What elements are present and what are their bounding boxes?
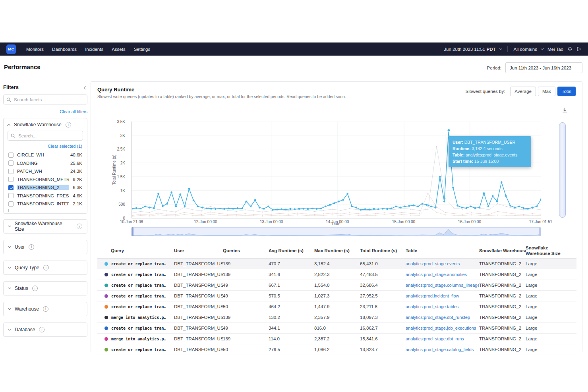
checkbox[interactable]	[8, 177, 14, 182]
max-runtime-cell: 1,086.2	[314, 347, 360, 352]
warehouse-size-cell: Large	[526, 283, 576, 288]
table-link[interactable]: analytics:prod_stage.anomalies	[406, 272, 479, 277]
info-icon: i	[43, 306, 48, 312]
table-row[interactable]: merge into analytics.p…DBT_TRANSFORM_USE…	[97, 334, 576, 344]
table-header: Query User Queries Avg Runtime (s) Max R…	[97, 243, 576, 259]
table-row[interactable]: merge into analytics.p…DBT_TRANSFORM_USE…	[97, 312, 576, 323]
warehouse-cell: TRANSFORMING_2	[479, 261, 526, 266]
query-text: create or replace tran…	[111, 348, 166, 352]
chevron-down-icon[interactable]	[541, 47, 544, 50]
checkbox[interactable]	[8, 169, 14, 174]
filter-option-transforming_metric[interactable]: TRANSFORMING_METRIC9.2K	[8, 176, 83, 184]
max-runtime-cell: 1,447.9	[314, 304, 360, 309]
nav-items: MonitorsDashboardsIncidentsAssetsSetting…	[26, 47, 150, 52]
column-header-avg-runtime[interactable]: Avg Runtime (s)	[269, 248, 314, 253]
filter-section-snowflake-warehouse-size[interactable]: Snowflake Warehouse Sizei	[3, 219, 87, 234]
time-range-brush[interactable]	[132, 227, 541, 236]
filter-option-label: TRANSFORMING_METRIC	[17, 177, 69, 182]
column-header-queries[interactable]: Queries	[223, 248, 269, 253]
bell-icon[interactable]	[567, 46, 573, 52]
sort-total-button[interactable]: Total	[557, 87, 576, 96]
column-header-warehouse-size[interactable]: Snowflake Warehouse Size	[526, 245, 576, 257]
checkbox[interactable]	[8, 160, 14, 166]
table-link[interactable]: analytics:prod_stage.columns_lineage	[406, 283, 479, 288]
search-facets-input[interactable]	[3, 95, 87, 104]
checkbox[interactable]	[8, 185, 14, 190]
domain-selector[interactable]: All domains	[513, 47, 537, 52]
filter-option-patch_wh[interactable]: PATCH_WH24.3K	[8, 167, 83, 176]
collapse-sidebar-button[interactable]	[83, 83, 87, 91]
checkbox[interactable]	[8, 193, 14, 198]
table-link[interactable]: analytics:prod_stage.dbt_runstep	[406, 315, 479, 320]
filter-section-status[interactable]: Statusi	[3, 281, 87, 295]
clear-selected-link[interactable]: Clear selected (1)	[8, 144, 82, 149]
table-row[interactable]: create or replace tran…DBT_TRANSFORM_USE…	[97, 291, 576, 301]
series-color-dot	[104, 348, 108, 351]
sign-out-icon[interactable]	[576, 46, 582, 52]
filter-section-label: Database	[15, 327, 35, 332]
filter-section-user[interactable]: Useri	[3, 240, 87, 254]
table-link[interactable]: analytics:prod_stage.tables	[406, 304, 479, 309]
table-row[interactable]: create or replace tran…DBT_TRANSFORM_USE…	[97, 301, 576, 312]
sort-buttons: AverageMaxTotal	[508, 87, 576, 96]
filter-option-transforming_freshn[interactable]: TRANSFORMING_FRESHN4.6K	[8, 192, 83, 200]
user-cell: DBT_TRANSFORM_USER	[174, 283, 223, 288]
warehouse-search-input[interactable]	[8, 131, 83, 141]
filter-option-transforming_2[interactable]: TRANSFORMING_26.3K	[8, 183, 83, 192]
column-header-warehouse[interactable]: Snowflake Warehouse	[479, 248, 526, 253]
table-row[interactable]: create or replace tran…DBT_TRANSFORM_USE…	[97, 344, 576, 355]
chevron-down-icon[interactable]	[499, 47, 502, 50]
table-link[interactable]: analytics:prod_stage.events	[406, 261, 479, 266]
sort-average-button[interactable]: Average	[510, 87, 536, 96]
filter-section-query-type[interactable]: Query Typei	[3, 261, 87, 275]
table-link[interactable]: analytics:prod_stage.dbt_runs	[406, 336, 479, 341]
query-cell: create or replace tran…	[97, 294, 174, 298]
query-text: create or replace tran…	[111, 305, 166, 309]
series-color-dot	[104, 294, 108, 298]
sort-max-button[interactable]: Max	[538, 87, 555, 96]
filter-section-warehouse[interactable]: Warehousei	[3, 302, 87, 316]
clear-all-filters-link[interactable]: Clear all filters	[3, 109, 87, 114]
chevron-down-icon	[8, 286, 11, 289]
filter-option-count: 2.1K	[73, 201, 82, 206]
warehouse-size-cell: Large	[526, 272, 576, 277]
column-header-total-runtime[interactable]: Total Runtime (s)	[360, 248, 406, 253]
period-input[interactable]	[505, 62, 582, 73]
filter-option-transforming_interna[interactable]: TRANSFORMING_INTERNA2.1K	[8, 200, 83, 208]
sort-label: Slowest queries by:	[466, 89, 505, 94]
column-header-table[interactable]: Table	[406, 248, 479, 253]
nav-item-dashboards[interactable]: Dashboards	[52, 47, 77, 52]
nav-item-settings[interactable]: Settings	[134, 47, 151, 52]
nav-item-incidents[interactable]: Incidents	[85, 47, 103, 52]
filter-section-database[interactable]: Databasei	[3, 322, 87, 337]
filter-option-loading[interactable]: LOADING25.6K	[8, 159, 83, 168]
avg-runtime-cell: 344.1	[269, 326, 314, 330]
user-name[interactable]: Mei Tao	[547, 47, 563, 52]
table-row[interactable]: create or replace tran…DBT_TRANSFORM_USE…	[97, 259, 576, 269]
column-header-user[interactable]: User	[174, 248, 223, 253]
table-row[interactable]: create or replace tran…DBT_TRANSFORM_USE…	[97, 323, 576, 334]
checkbox	[8, 209, 9, 212]
nav-item-monitors[interactable]: Monitors	[26, 47, 44, 52]
table-link[interactable]: analytics:prod_stage.job_executions	[406, 326, 479, 330]
table-row[interactable]: create or replace tran…DBT_TRANSFORM_USE…	[97, 269, 576, 280]
column-header-max-runtime[interactable]: Max Runtime (s)	[314, 248, 360, 253]
user-cell: DBT_TRANSFORM_USER	[174, 347, 223, 352]
info-icon: i	[32, 286, 38, 291]
chevron-up-icon[interactable]	[7, 124, 10, 127]
column-header-query[interactable]: Query	[97, 248, 174, 253]
warehouse-size-cell: Large	[526, 326, 576, 330]
download-icon[interactable]	[562, 107, 568, 115]
checkbox[interactable]	[8, 153, 14, 158]
app-logo[interactable]: MC	[6, 44, 16, 54]
table-row[interactable]: create or replace tran…DBT_TRANSFORM_USE…	[97, 280, 576, 291]
snowflake-warehouse-filter: Snowflake Warehouse i Clear selected (1)…	[3, 118, 87, 214]
nav-item-assets[interactable]: Assets	[112, 47, 126, 52]
max-runtime-cell: 2,387.2	[314, 336, 360, 341]
nav-datetime[interactable]: Jun 28th 2023 11:51 PDT	[444, 47, 495, 52]
filter-option-circle_wh[interactable]: CIRCLE_WH40.6K	[8, 151, 83, 159]
table-link[interactable]: analytics:prod.incident_flow	[406, 294, 479, 298]
checkbox[interactable]	[8, 201, 14, 207]
vertical-zoom-slider[interactable]	[559, 122, 566, 218]
table-link[interactable]: analytics:prod_stage.catalog_fields	[406, 347, 479, 352]
